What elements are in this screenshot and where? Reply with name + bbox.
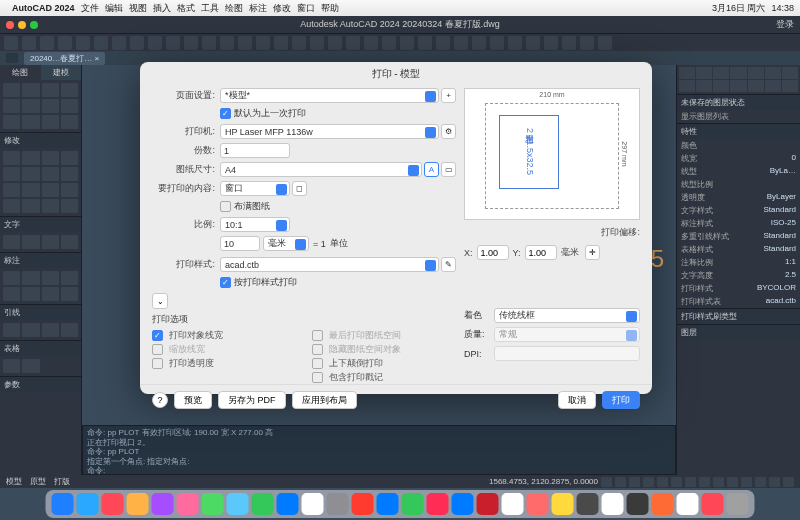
tool-icon[interactable] (61, 271, 78, 285)
tool-icon[interactable] (61, 167, 78, 181)
default-last-checkbox[interactable]: ✓ (220, 108, 231, 119)
quality-select[interactable]: 常规 (494, 327, 640, 342)
login-button[interactable]: 登录 (776, 18, 794, 31)
tool-icon[interactable] (42, 271, 59, 285)
dock-app-icon[interactable] (577, 493, 599, 515)
tool-icon[interactable] (42, 323, 59, 337)
apply-to-layout-button[interactable]: 应用到布局 (292, 391, 357, 409)
copies-input[interactable]: 1 (220, 143, 290, 158)
property-row[interactable]: 注释比例1:1 (677, 256, 800, 269)
layer-tool-icon[interactable] (782, 67, 798, 79)
dock-trash-icon[interactable] (727, 493, 749, 515)
tool-icon[interactable] (42, 99, 59, 113)
ribbon-tool[interactable] (112, 36, 126, 50)
opt-lineweight-checkbox[interactable]: ✓ (152, 330, 163, 341)
dock-app-icon[interactable] (252, 493, 274, 515)
help-icon[interactable]: ? (152, 392, 168, 408)
home-tab-icon[interactable] (6, 53, 18, 63)
tool-icon[interactable] (22, 323, 39, 337)
tool-icon[interactable] (3, 151, 20, 165)
ribbon-tool[interactable] (418, 36, 432, 50)
document-tab[interactable]: 20240…春夏打… × (24, 52, 105, 65)
ribbon-tool[interactable] (292, 36, 306, 50)
minimize-icon[interactable] (18, 21, 26, 29)
ribbon-tool[interactable] (508, 36, 522, 50)
status-icon[interactable] (671, 477, 682, 487)
tool-icon[interactable] (22, 167, 39, 181)
menu-dim[interactable]: 标注 (249, 2, 267, 15)
layer-tool-icon[interactable] (765, 67, 781, 79)
app-name[interactable]: AutoCAD 2024 (12, 3, 75, 13)
dpi-input[interactable] (494, 346, 640, 361)
dock-app-icon[interactable] (202, 493, 224, 515)
ribbon-tool[interactable] (310, 36, 324, 50)
tool-icon[interactable] (42, 183, 59, 197)
layer-tool-icon[interactable] (713, 80, 729, 92)
property-row[interactable]: 打印样式表acad.ctb (677, 295, 800, 308)
tool-icon[interactable] (3, 83, 20, 97)
palette-section[interactable]: 修改 (0, 132, 81, 148)
opt-hide-ps-checkbox[interactable] (312, 344, 323, 355)
dock-app-icon[interactable] (52, 493, 74, 515)
dock-app-icon[interactable] (377, 493, 399, 515)
dock-app-icon[interactable] (702, 493, 724, 515)
property-row[interactable]: 多重引线样式Standard (677, 230, 800, 243)
scale-select[interactable]: 10:1 (220, 217, 290, 232)
ribbon-tool[interactable] (544, 36, 558, 50)
ribbon-tool[interactable] (490, 36, 504, 50)
menu-tools[interactable]: 工具 (201, 2, 219, 15)
orientation-portrait-icon[interactable]: A (424, 162, 439, 177)
status-icon[interactable] (769, 477, 780, 487)
ribbon-tool[interactable] (580, 36, 594, 50)
ribbon-tool[interactable] (202, 36, 216, 50)
plot-by-style-checkbox[interactable]: ✓ (220, 277, 231, 288)
dock-app-icon[interactable] (627, 493, 649, 515)
layer-tool-icon[interactable] (696, 67, 712, 79)
status-icon[interactable] (741, 477, 752, 487)
print-button[interactable]: 打印 (602, 391, 640, 409)
tool-icon[interactable] (22, 183, 39, 197)
tool-icon[interactable] (3, 323, 20, 337)
tool-icon[interactable] (61, 99, 78, 113)
property-row[interactable]: 线型比例 (677, 178, 800, 191)
menu-modify[interactable]: 修改 (273, 2, 291, 15)
tool-icon[interactable] (22, 235, 39, 249)
menu-help[interactable]: 帮助 (321, 2, 339, 15)
layer-tool-icon[interactable] (782, 80, 798, 92)
tool-icon[interactable] (42, 167, 59, 181)
property-row[interactable]: 文字高度2.5 (677, 269, 800, 282)
center-plot-icon[interactable]: ✛ (585, 245, 600, 260)
save-as-pdf-button[interactable]: 另存为 PDF (218, 391, 286, 409)
menubar-time[interactable]: 14:38 (771, 3, 794, 13)
expand-options-icon[interactable]: ⌄ (152, 293, 168, 309)
ribbon-tool[interactable] (472, 36, 486, 50)
opt-transparency-checkbox[interactable] (152, 358, 163, 369)
layer-tool-icon[interactable] (679, 67, 695, 79)
palette-tab-model[interactable]: 建模 (41, 65, 82, 80)
ribbon-tool[interactable] (328, 36, 342, 50)
palette-section[interactable]: 表格 (0, 340, 81, 356)
tool-icon[interactable] (42, 115, 59, 129)
dock-app-icon[interactable] (477, 493, 499, 515)
property-row[interactable]: 透明度ByLayer (677, 191, 800, 204)
tool-icon[interactable] (61, 183, 78, 197)
dock-app-icon[interactable] (277, 493, 299, 515)
layout-tab[interactable]: 打版 (54, 476, 70, 487)
ribbon-tool[interactable] (526, 36, 540, 50)
layer-tool-icon[interactable] (748, 80, 764, 92)
tool-icon[interactable] (61, 235, 78, 249)
close-icon[interactable] (6, 21, 14, 29)
property-row[interactable]: 打印样式BYCOLOR (677, 282, 800, 295)
ribbon-tool[interactable] (256, 36, 270, 50)
layout-tab[interactable]: 原型 (30, 476, 46, 487)
layer-tool-icon[interactable] (730, 80, 746, 92)
dock-app-icon[interactable] (427, 493, 449, 515)
property-row[interactable]: 文字样式Standard (677, 204, 800, 217)
ribbon-tool[interactable] (94, 36, 108, 50)
fullscreen-icon[interactable] (30, 21, 38, 29)
menu-format[interactable]: 格式 (177, 2, 195, 15)
tool-icon[interactable] (42, 235, 59, 249)
ribbon-tool[interactable] (184, 36, 198, 50)
tool-icon[interactable] (3, 271, 20, 285)
ribbon-tool[interactable] (400, 36, 414, 50)
